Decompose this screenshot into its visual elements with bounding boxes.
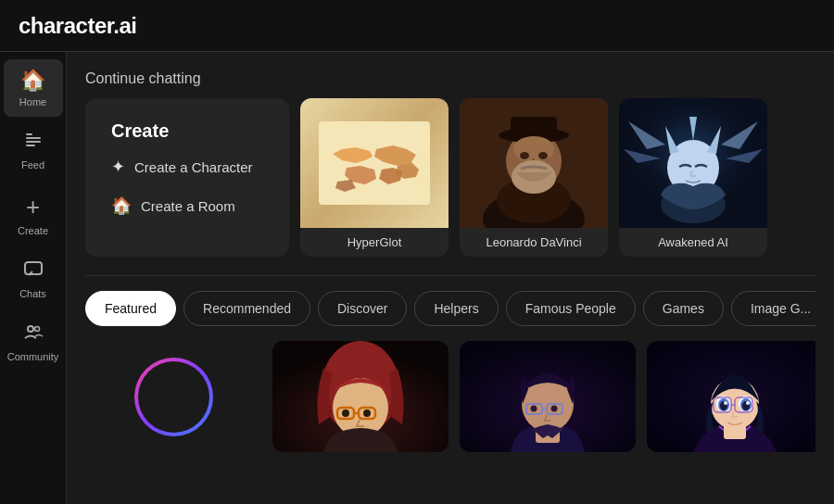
tab-games[interactable]: Games [643, 291, 724, 326]
main-layout: 🏠 Home Feed + Create [0, 52, 834, 504]
chats-icon [23, 258, 44, 284]
awakened-image [619, 98, 767, 228]
divider [85, 275, 815, 276]
svg-rect-3 [26, 145, 35, 146]
tab-famous-people[interactable]: Famous People [506, 291, 636, 326]
featured-card-4-image [647, 341, 815, 452]
svg-point-53 [746, 401, 750, 405]
svg-rect-1 [26, 137, 41, 139]
create-character-label: Create a Character [134, 159, 253, 175]
chat-card-leonardo[interactable]: Leonardo DaVinci [460, 98, 608, 257]
logo: character.ai [19, 13, 136, 39]
tab-discover[interactable]: Discover [318, 291, 407, 326]
sidebar-label-chats: Chats [19, 288, 46, 299]
svg-point-6 [34, 327, 39, 332]
create-card-title: Create [111, 120, 263, 142]
sidebar: 🏠 Home Feed + Create [0, 52, 67, 504]
sidebar-item-chats[interactable]: Chats [4, 249, 63, 309]
svg-rect-13 [511, 117, 557, 137]
featured-card-1[interactable] [85, 341, 261, 452]
leonardo-name: Leonardo DaVinci [460, 228, 608, 257]
svg-point-15 [520, 152, 529, 159]
chat-cards-row: Create ✦ Create a Character 🏠 Create a R… [85, 98, 815, 257]
create-icon: + [26, 193, 40, 221]
sidebar-item-community[interactable]: Community [4, 312, 63, 372]
svg-rect-2 [26, 141, 41, 143]
create-room-label: Create a Room [141, 198, 235, 214]
sidebar-label-community: Community [7, 351, 59, 362]
chat-card-awakened[interactable]: Awakened AI [619, 98, 767, 257]
create-room-icon: 🏠 [111, 195, 132, 216]
header: character.ai [0, 0, 834, 52]
tab-helpers[interactable]: Helpers [414, 291, 498, 326]
hyperglot-name: HyperGlot [300, 228, 449, 257]
tabs-container: Featured Recommended Discover Helpers Fa… [85, 291, 815, 326]
create-character-option[interactable]: ✦ Create a Character [111, 153, 263, 181]
hyperglot-image [300, 98, 449, 228]
tab-recommended[interactable]: Recommended [183, 291, 310, 326]
home-icon: 🏠 [20, 69, 45, 93]
featured-card-4[interactable] [647, 341, 815, 452]
chat-card-hyperglot[interactable]: HyperGlot [300, 98, 449, 257]
featured-card-2-image [272, 341, 449, 452]
svg-rect-4 [25, 262, 42, 274]
sidebar-label-home: Home [19, 96, 46, 107]
create-room-option[interactable]: 🏠 Create a Room [111, 192, 263, 220]
section-title: Continue chatting [85, 70, 815, 87]
featured-card-3[interactable] [460, 341, 636, 452]
featured-card-1-image [85, 341, 261, 452]
community-icon [23, 321, 44, 347]
svg-point-40 [531, 406, 537, 412]
leonardo-image [460, 98, 608, 228]
featured-cards-row [85, 341, 815, 452]
create-card: Create ✦ Create a Character 🏠 Create a R… [85, 98, 289, 257]
svg-point-16 [538, 152, 548, 159]
tab-image-gen[interactable]: Image G... [731, 291, 815, 326]
svg-point-52 [724, 401, 727, 405]
awakened-name: Awakened AI [619, 228, 767, 257]
sidebar-item-feed[interactable]: Feed [4, 120, 63, 180]
svg-point-41 [551, 406, 558, 412]
content-area: Continue chatting Create ✦ Create a Char… [67, 52, 834, 504]
tabs-row: Featured Recommended Discover Helpers Fa… [85, 291, 815, 326]
sidebar-label-create: Create [18, 225, 48, 236]
svg-point-32 [363, 410, 371, 417]
create-character-icon: ✦ [111, 157, 125, 177]
svg-point-14 [513, 136, 554, 162]
svg-point-5 [28, 326, 33, 332]
featured-card-3-image [460, 341, 636, 452]
tab-featured[interactable]: Featured [85, 291, 176, 326]
sidebar-item-create[interactable]: + Create [4, 183, 63, 246]
featured-card-2[interactable] [272, 341, 449, 452]
svg-rect-7 [319, 121, 430, 205]
sidebar-label-feed: Feed [21, 159, 44, 170]
sidebar-item-home[interactable]: 🏠 Home [4, 59, 63, 117]
feed-icon [23, 130, 44, 156]
svg-rect-0 [26, 133, 32, 135]
circle-element [134, 358, 213, 436]
svg-point-31 [342, 410, 349, 417]
